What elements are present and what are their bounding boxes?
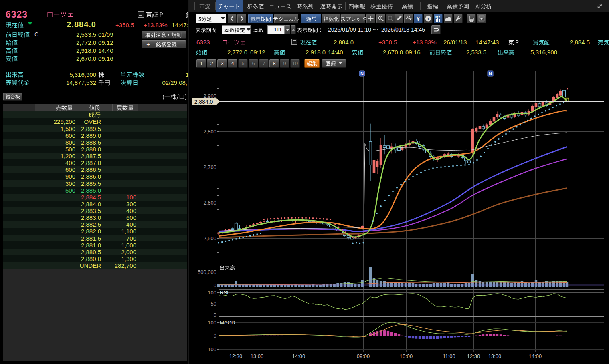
svg-text:14:00: 14:00 — [529, 353, 542, 359]
svg-text:2,884.0: 2,884.0 — [194, 99, 213, 105]
svg-text:2,700: 2,700 — [203, 164, 216, 170]
svg-text:2,600: 2,600 — [203, 200, 216, 206]
svg-text:12:30: 12:30 — [467, 353, 480, 359]
svg-text:100: 100 — [208, 320, 216, 326]
svg-text:14:00: 14:00 — [292, 353, 306, 359]
svg-text:100: 100 — [208, 290, 216, 296]
svg-text:0: 0 — [214, 333, 216, 339]
svg-text:50: 50 — [211, 301, 216, 307]
svg-text:0: 0 — [214, 282, 216, 288]
svg-text:2,500: 2,500 — [203, 235, 216, 241]
svg-text:13:00: 13:00 — [488, 353, 502, 359]
svg-text:09:00: 09:00 — [357, 353, 370, 359]
svg-text:MACD: MACD — [220, 320, 235, 326]
svg-text:RSI: RSI — [220, 290, 229, 296]
svg-text:-100: -100 — [206, 346, 216, 352]
svg-text:2,800: 2,800 — [203, 129, 216, 135]
svg-text:13:00: 13:00 — [251, 353, 264, 359]
svg-text:N: N — [489, 71, 492, 76]
svg-text:10:00: 10:00 — [400, 353, 413, 359]
svg-text:12:30: 12:30 — [229, 353, 243, 359]
svg-text:11:00: 11:00 — [443, 353, 455, 359]
svg-text:N: N — [360, 71, 364, 76]
svg-text:0: 0 — [214, 312, 216, 318]
svg-text:500,000: 500,000 — [198, 269, 216, 275]
